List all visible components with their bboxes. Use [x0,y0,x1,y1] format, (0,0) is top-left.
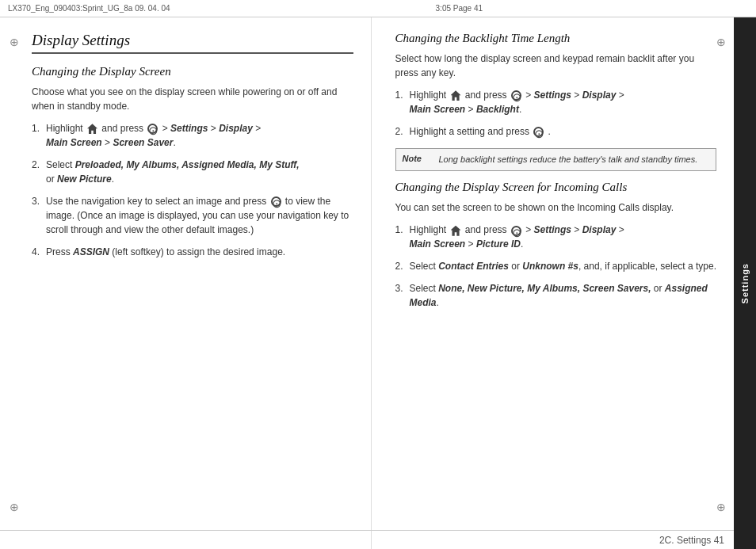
top-bar-center: 3:05 Page 41 [436,4,483,13]
home-icon [87,124,97,134]
main-content: Display Settings Changing the Display Sc… [0,17,734,549]
menu-icon [511,90,521,101]
settings-tab-label: Settings [740,263,750,303]
display-screen-description: Choose what you see on the display scree… [32,85,353,113]
top-bar-left: LX370_Eng_090403:Sprint_UG_8a 09. 04. 04 [8,4,170,13]
step-number: 3. [395,281,410,310]
left-column: Display Settings Changing the Display Sc… [0,17,372,549]
step-number: 2. [395,124,410,139]
menu-icon [271,196,281,207]
step-content: Select Preloaded, My Albums, Assigned Me… [46,158,353,186]
settings-tab: Settings [734,17,756,549]
backlight-title: Changing the Backlight Time Length [395,32,717,45]
step-number: 1. [395,223,410,251]
menu-icon [147,124,158,134]
backlight-description: Select how long the display screen and k… [395,51,717,80]
step-number: 2. [395,259,410,273]
incoming-calls-description: You can set the screen to be shown on th… [395,200,717,215]
list-item: 2. Select Preloaded, My Albums, Assigned… [32,158,353,186]
step-content: Select Contact Entries or Unknown #s, an… [410,259,717,273]
step-content: Use the navigation key to select an imag… [46,194,353,237]
step-number: 4. [32,245,46,259]
backlight-steps: 1. Highlight and press > Settings > Disp… [395,88,717,139]
home-icon [451,90,461,101]
incoming-calls-steps: 1. Highlight and press > Settings > Disp… [395,223,717,310]
list-item: 1. Highlight and press > Settings > Disp… [395,88,717,116]
list-item: 2. Select Contact Entries or Unknown #s,… [395,259,717,273]
step-content: Press ASSIGN (left softkey) to assign th… [46,245,353,259]
step-number: 1. [395,88,410,116]
home-icon [451,226,461,236]
list-item: 2. Highlight a setting and press . [395,124,717,139]
menu-icon [533,127,544,137]
display-screen-steps: 1. Highlight and press > Settings > Disp… [32,121,353,259]
display-settings-title: Display Settings [32,32,353,54]
list-item: 3. Use the navigation key to select an i… [32,194,353,237]
display-link: Display [219,123,253,134]
settings-link: Settings [170,123,208,134]
list-item: 4. Press ASSIGN (left softkey) to assign… [32,245,353,259]
note-box: Note Long backlight settings reduce the … [395,148,717,171]
menu-icon [511,226,521,236]
top-bar: LX370_Eng_090403:Sprint_UG_8a 09. 04. 04… [0,0,756,17]
list-item: 1. Highlight and press > Settings > Disp… [32,121,353,150]
note-label: Note [403,154,433,166]
step-number: 2. [32,158,46,186]
right-column: Changing the Backlight Time Length Selec… [372,17,735,549]
step-content: Highlight and press > Settings > Display… [410,88,717,116]
incoming-calls-title: Changing the Display Screen for Incoming… [395,181,717,194]
step-content: Highlight a setting and press . [410,124,717,139]
list-item: 3. Select None, New Picture, My Albums, … [395,281,717,310]
step-number: 3. [32,194,46,237]
step-content: Highlight and press > Settings > Display… [46,121,353,150]
step-number: 1. [32,121,46,150]
page-number: 2C. Settings 41 [659,535,724,546]
step-content: Highlight and press > Settings > Display… [410,223,717,251]
footer: 2C. Settings 41 [0,530,734,549]
list-item: 1. Highlight and press > Settings > Disp… [395,223,717,251]
changing-display-screen-title: Changing the Display Screen [32,65,353,78]
step-content: Select None, New Picture, My Albums, Scr… [410,281,717,310]
note-text: Long backlight settings reduce the batte… [439,154,698,166]
